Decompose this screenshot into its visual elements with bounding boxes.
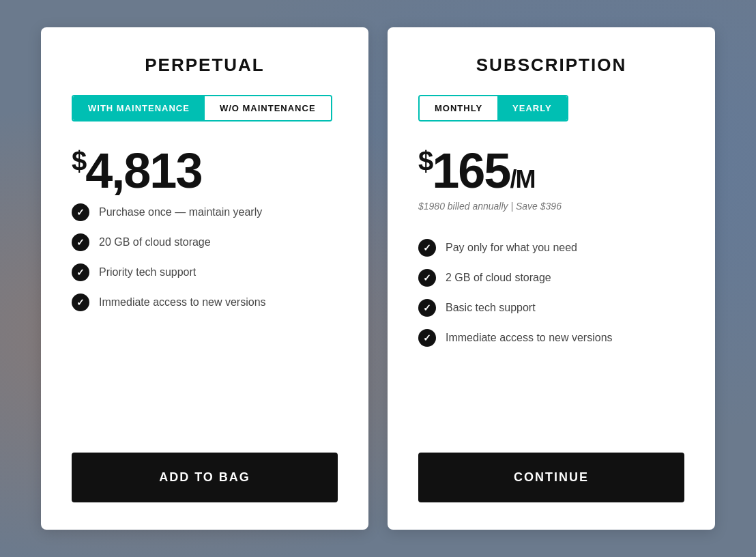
perpetual-toggle-group: WITH MAINTENANCE W/O MAINTENANCE — [72, 95, 332, 122]
feature-text: Immediate access to new versions — [446, 332, 613, 344]
subscription-toggle-monthly[interactable]: MONTHLY — [420, 96, 497, 120]
perpetual-price-block: $4,813 — [72, 146, 338, 195]
feature-text: 2 GB of cloud storage — [446, 272, 551, 284]
list-item: 2 GB of cloud storage — [418, 269, 684, 287]
perpetual-price: $4,813 — [72, 146, 201, 195]
feature-text: 20 GB of cloud storage — [99, 236, 211, 248]
subscription-price-subtitle: $1980 billed annually | Save $396 — [418, 201, 684, 212]
check-icon — [72, 294, 89, 311]
spacer — [418, 380, 684, 439]
subscription-price-amount: 165 — [432, 143, 510, 198]
list-item: Basic tech support — [418, 299, 684, 317]
add-to-bag-button[interactable]: ADD TO BAG — [72, 453, 338, 502]
subscription-price-row: $165/M — [418, 146, 684, 195]
list-item: Purchase once — maintain yearly — [72, 203, 338, 221]
subscription-price: $165/M — [418, 146, 534, 195]
perpetual-dollar-sign: $ — [72, 146, 85, 176]
check-icon — [418, 299, 436, 317]
spacer — [72, 344, 338, 439]
subscription-toggle-group: MONTHLY YEARLY — [418, 95, 568, 122]
list-item: Immediate access to new versions — [418, 329, 684, 347]
subscription-card: SUBSCRIPTION MONTHLY YEARLY $165/M $1980… — [388, 27, 715, 530]
cards-container: PERPETUAL WITH MAINTENANCE W/O MAINTENAN… — [0, 0, 756, 557]
check-icon — [72, 203, 89, 221]
check-icon — [72, 263, 89, 281]
perpetual-price-amount: 4,813 — [85, 143, 201, 198]
feature-text: Immediate access to new versions — [99, 296, 266, 309]
feature-text: Basic tech support — [446, 302, 536, 314]
check-icon — [418, 269, 436, 287]
subscription-features-list: Pay only for what you need 2 GB of cloud… — [418, 239, 684, 359]
check-icon — [418, 239, 436, 257]
check-icon — [72, 233, 89, 251]
check-icon — [418, 329, 436, 347]
list-item: Priority tech support — [72, 263, 338, 281]
feature-text: Purchase once — maintain yearly — [99, 206, 262, 218]
subscription-price-period: /M — [510, 165, 534, 193]
subscription-price-block: $165/M $1980 billed annually | Save $396 — [418, 146, 684, 231]
subscription-title: SUBSCRIPTION — [418, 55, 684, 76]
perpetual-title: PERPETUAL — [72, 55, 338, 76]
perpetual-features-list: Purchase once — maintain yearly 20 GB of… — [72, 203, 338, 324]
feature-text: Priority tech support — [99, 266, 196, 278]
perpetual-toggle-with-maintenance[interactable]: WITH MAINTENANCE — [73, 96, 205, 120]
feature-text: Pay only for what you need — [446, 242, 577, 254]
perpetual-toggle-without-maintenance[interactable]: W/O MAINTENANCE — [205, 96, 331, 120]
list-item: Immediate access to new versions — [72, 294, 338, 311]
continue-button[interactable]: CONTINUE — [418, 453, 684, 502]
list-item: 20 GB of cloud storage — [72, 233, 338, 251]
subscription-dollar-sign: $ — [418, 146, 432, 176]
subscription-toggle-yearly[interactable]: YEARLY — [497, 96, 567, 120]
perpetual-price-row: $4,813 — [72, 146, 338, 195]
list-item: Pay only for what you need — [418, 239, 684, 257]
perpetual-card: PERPETUAL WITH MAINTENANCE W/O MAINTENAN… — [41, 27, 368, 530]
